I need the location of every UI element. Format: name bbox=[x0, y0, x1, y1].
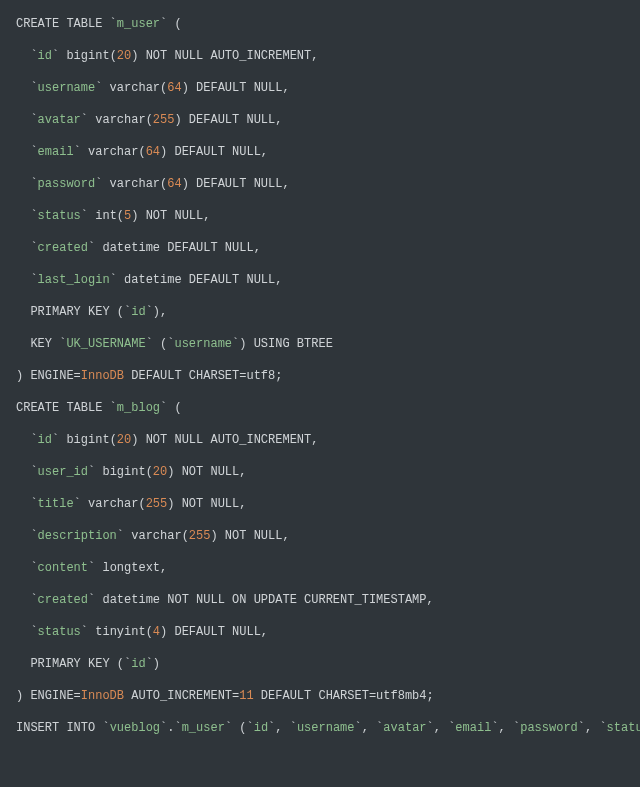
column-def: `username` varchar(64) DEFAULT NULL, bbox=[16, 80, 640, 96]
table-close: ) ENGINE=InnoDB AUTO_INCREMENT=11 DEFAUL… bbox=[16, 688, 640, 704]
column-def: `id` bigint(20) NOT NULL AUTO_INCREMENT, bbox=[16, 432, 640, 448]
column-def: `content` longtext, bbox=[16, 560, 640, 576]
primary-key: PRIMARY KEY (`id`) bbox=[16, 656, 640, 672]
column-def: `password` varchar(64) DEFAULT NULL, bbox=[16, 176, 640, 192]
insert-stmt: INSERT INTO `vueblog`.`m_user` (`id`, `u… bbox=[16, 720, 640, 736]
column-def: `email` varchar(64) DEFAULT NULL, bbox=[16, 144, 640, 160]
column-def: `status` int(5) NOT NULL, bbox=[16, 208, 640, 224]
primary-key: PRIMARY KEY (`id`), bbox=[16, 304, 640, 320]
sql-code-block: CREATE TABLE `m_user` ( `id` bigint(20) … bbox=[0, 0, 640, 787]
column-def: `user_id` bigint(20) NOT NULL, bbox=[16, 464, 640, 480]
column-def: `title` varchar(255) NOT NULL, bbox=[16, 496, 640, 512]
column-def: `status` tinyint(4) DEFAULT NULL, bbox=[16, 624, 640, 640]
column-def: `last_login` datetime DEFAULT NULL, bbox=[16, 272, 640, 288]
create-table: CREATE TABLE `m_user` ( bbox=[16, 16, 640, 32]
column-def: `description` varchar(255) NOT NULL, bbox=[16, 528, 640, 544]
table-close: ) ENGINE=InnoDB DEFAULT CHARSET=utf8; bbox=[16, 368, 640, 384]
key-def: KEY `UK_USERNAME` (`username`) USING BTR… bbox=[16, 336, 640, 352]
create-table: CREATE TABLE `m_blog` ( bbox=[16, 400, 640, 416]
column-def: `id` bigint(20) NOT NULL AUTO_INCREMENT, bbox=[16, 48, 640, 64]
column-def: `avatar` varchar(255) DEFAULT NULL, bbox=[16, 112, 640, 128]
column-def: `created` datetime DEFAULT NULL, bbox=[16, 240, 640, 256]
column-def: `created` datetime NOT NULL ON UPDATE CU… bbox=[16, 592, 640, 608]
